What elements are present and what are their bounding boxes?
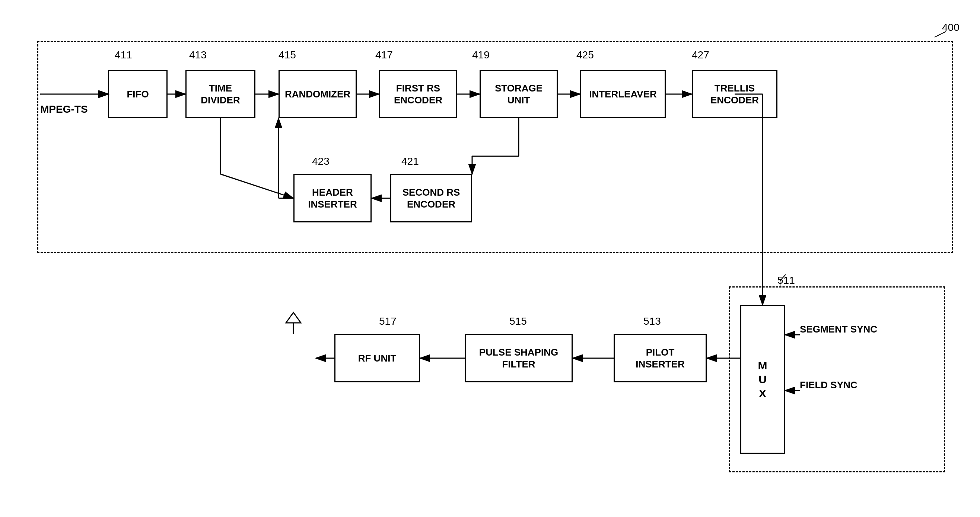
header-inserter-block: HEADERINSERTER [293, 174, 372, 222]
ref-423: 423 [312, 155, 329, 167]
trellis-encoder-block: TRELLISENCODER [692, 70, 778, 118]
pulse-shaping-filter-block: PULSE SHAPINGFILTER [465, 334, 573, 382]
ref-415: 415 [278, 49, 296, 61]
diagram-container: 400 MPEG-TS 411 413 415 417 419 425 427 … [0, 0, 980, 517]
ref-517: 517 [379, 316, 396, 327]
ref-511: 511 [778, 274, 795, 286]
storage-unit-block: STORAGEUNIT [480, 70, 558, 118]
time-divider-block: TIMEDIVIDER [185, 70, 255, 118]
fifo-block: FIFO [108, 70, 167, 118]
ref-513: 513 [643, 316, 661, 327]
ref-427: 427 [692, 49, 709, 61]
ref-425: 425 [576, 49, 594, 61]
ref-400: 400 [942, 22, 959, 33]
mpeg-ts-label: MPEG-TS [40, 103, 88, 115]
interleaver-block: INTERLEAVER [580, 70, 666, 118]
ref-413: 413 [189, 49, 207, 61]
second-rs-encoder-block: SECOND RSENCODER [390, 174, 472, 222]
segment-sync-label: SEGMENT SYNC [800, 324, 877, 335]
rf-unit-block: RF UNIT [334, 334, 420, 382]
ref-411: 411 [115, 49, 132, 61]
field-sync-label: FIELD SYNC [800, 379, 858, 391]
ref-417: 417 [375, 49, 393, 61]
ref-515: 515 [509, 316, 527, 327]
pilot-inserter-block: PILOTINSERTER [614, 334, 707, 382]
randomizer-block: RANDOMIZER [278, 70, 357, 118]
svg-marker-24 [286, 312, 301, 323]
first-rs-encoder-block: FIRST RSENCODER [379, 70, 457, 118]
ref-419: 419 [472, 49, 490, 61]
mux-block: MUX [740, 305, 785, 454]
ref-421: 421 [401, 155, 419, 167]
